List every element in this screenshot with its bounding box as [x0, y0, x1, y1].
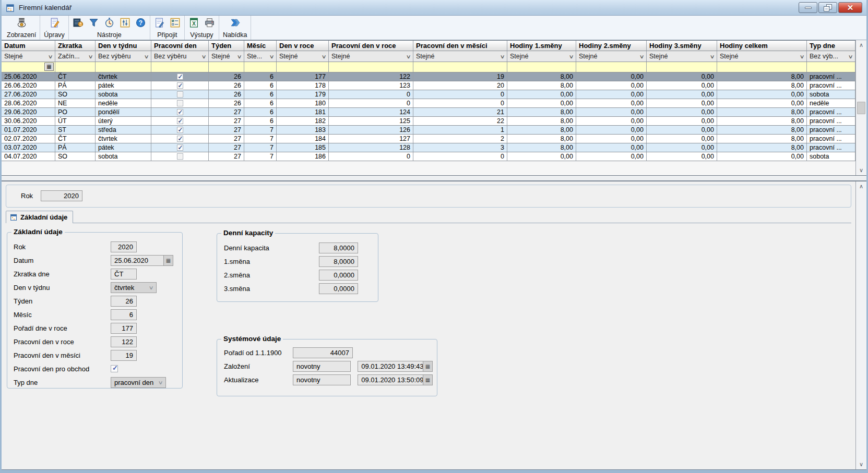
zalozeni-user-input[interactable]: novotny [293, 361, 351, 372]
column-header-hodiny-2[interactable]: Hodiny 2.směny [576, 41, 647, 51]
scroll-up-arrow-icon[interactable]: ∧ [856, 181, 866, 191]
filter-dropdown-hodiny-2[interactable]: Stejné∨ [576, 51, 647, 62]
column-header-den-v-tydnu[interactable]: Den v týdnu [96, 41, 151, 51]
calendar-picker-icon[interactable]: ▦ [423, 361, 433, 372]
table-row[interactable]: 01.07.2020 ST středa 27 7 183 126 1 8,00… [2, 126, 855, 135]
column-header-tyden[interactable]: Týden [209, 41, 244, 51]
column-header-datum[interactable]: Datum [2, 41, 55, 51]
table-row[interactable]: 30.06.2020 ÚT úterý 27 6 182 125 22 8,00… [2, 117, 855, 126]
calendar-picker-icon[interactable]: ▦ [423, 374, 433, 385]
zkratka-dne-input[interactable]: ČT [111, 269, 137, 280]
minimize-button[interactable] [799, 2, 817, 13]
filter-input-tyden[interactable] [209, 62, 244, 72]
column-header-hodiny-1[interactable]: Hodiny 1.směny [507, 41, 576, 51]
stopwatch-icon[interactable] [104, 17, 115, 28]
help-icon[interactable]: ? [135, 17, 146, 28]
column-header-pracovni-den[interactable]: Pracovní den [151, 41, 209, 51]
filter-dropdown-datum[interactable]: Stejné∨ [2, 51, 55, 62]
filter-dropdown-tyden[interactable]: Stejné∨ [209, 51, 244, 62]
table-row[interactable]: 03.07.2020 PÁ pátek 27 7 185 128 3 8,00 … [2, 143, 855, 152]
table-row[interactable]: 28.06.2020 NE neděle 26 6 180 0 0 0,00 0… [2, 99, 855, 108]
filter-dropdown-typ-dne[interactable]: Bez výb...∨ [807, 51, 855, 62]
typ-dne-select[interactable]: pracovní den∨ [111, 377, 166, 388]
aktualizace-user-input[interactable]: novotny [293, 374, 351, 385]
table-row[interactable]: 04.07.2020 SO sobota 27 7 186 0 0 0,00 0… [2, 152, 855, 161]
filter-dropdown-zkratka[interactable]: Začín...∨ [55, 51, 96, 62]
filter-input-zkratka[interactable] [55, 62, 96, 72]
rok-input[interactable]: 2020 [111, 241, 137, 252]
filter-dropdown-hodiny-1[interactable]: Stejné∨ [507, 51, 576, 62]
datum-input[interactable]: 25.06.2020 [111, 255, 164, 266]
organizer-icon[interactable] [73, 17, 84, 28]
column-header-typ-dne[interactable]: Typ dne [807, 41, 855, 51]
scroll-up-arrow-icon[interactable]: ∧ [856, 40, 866, 50]
table-row[interactable]: 29.06.2020 PO pondělí 27 6 181 124 21 8,… [2, 108, 855, 117]
menu-chevrons-icon[interactable] [230, 17, 241, 28]
column-header-hodiny-celkem[interactable]: Hodiny celkem [717, 41, 807, 51]
table-row[interactable]: 25.06.2020 ČT čtvrtek 26 6 177 122 19 8,… [2, 72, 855, 81]
table-row[interactable]: 26.06.2020 PÁ pátek 26 6 178 123 20 8,00… [2, 81, 855, 90]
calendar-picker-icon[interactable]: ▦ [164, 255, 173, 266]
filter-input-hodiny-2[interactable] [576, 62, 647, 72]
filter-dropdown-pracovni-den[interactable]: Bez výběru∨ [151, 51, 209, 62]
tyden-input[interactable]: 26 [111, 296, 137, 307]
pracovni-den-pro-obchod-checkbox[interactable] [111, 365, 118, 372]
smena3-input[interactable]: 0,0000 [319, 283, 358, 294]
sliders-icon[interactable] [120, 17, 130, 28]
filter-input-den-v-roce[interactable] [277, 62, 329, 72]
smena1-input[interactable]: 8,0000 [319, 256, 358, 267]
pane-splitter[interactable] [2, 176, 866, 181]
filter-dropdown-hodiny-3[interactable]: Stejné∨ [647, 51, 717, 62]
table-row[interactable]: 02.07.2020 ČT čtvrtek 27 7 184 127 2 8,0… [2, 135, 855, 143]
smena2-input[interactable]: 0,0000 [319, 270, 358, 281]
view-eye-icon[interactable] [16, 17, 27, 28]
poradi-od-1900-input[interactable]: 44007 [293, 347, 353, 358]
column-header-pracovni-den-v-mesici[interactable]: Pracovní den v měsíci [413, 41, 507, 51]
tab-zakladni-udaje[interactable]: Základní údaje [6, 211, 73, 223]
print-icon[interactable] [204, 17, 215, 28]
restore-button[interactable] [818, 2, 837, 13]
close-button[interactable]: ✕ [838, 2, 862, 13]
mesic-input[interactable]: 6 [111, 309, 137, 320]
pane-vertical-scrollbar[interactable]: ∧ ∨ [855, 181, 866, 469]
poradi-dne-v-roce-input[interactable]: 177 [111, 323, 137, 334]
denni-kapacita-input[interactable]: 8,0000 [319, 242, 358, 253]
pracovni-den-v-roce-input[interactable]: 122 [111, 336, 137, 347]
table-row[interactable]: 27.06.2020 SO sobota 26 6 179 0 0 0,00 0… [2, 90, 855, 99]
filter-dropdown-pracovni-den-v-mesici[interactable]: Stejné∨ [413, 51, 507, 62]
filter-dropdown-den-v-roce[interactable]: Stejné∨ [277, 51, 329, 62]
grid-vertical-scrollbar[interactable]: ∧ ∨ [855, 40, 866, 175]
filter-input-datum[interactable]: ▦ [2, 62, 55, 72]
filter-dropdown-mesic[interactable]: Ste...∨ [244, 51, 277, 62]
column-header-den-v-roce[interactable]: Den v roce [277, 41, 329, 51]
excel-export-icon[interactable]: X [188, 17, 199, 28]
column-header-pracovni-den-v-roce[interactable]: Pracovní den v roce [329, 41, 413, 51]
filter-icon[interactable] [88, 17, 99, 28]
attach-note-icon[interactable] [154, 17, 165, 28]
filter-dropdown-hodiny-celkem[interactable]: Stejné∨ [717, 51, 807, 62]
aktualizace-datetime-input[interactable]: 09.01.2020 13:50:09 [358, 374, 423, 385]
scrollbar-thumb[interactable] [857, 102, 865, 114]
date-picker-button[interactable]: ▦ [44, 63, 54, 71]
pracovni-den-v-mesici-input[interactable]: 19 [111, 350, 137, 361]
filter-dropdown-pracovni-den-v-roce[interactable]: Stejné∨ [329, 51, 413, 62]
filter-input-pracovni-den[interactable] [151, 62, 209, 72]
scroll-down-arrow-icon[interactable]: ∨ [856, 165, 866, 175]
column-header-mesic[interactable]: Měsíc [244, 41, 277, 51]
rok-field[interactable]: 2020 [41, 190, 82, 201]
zalozeni-datetime-input[interactable]: 09.01.2020 13:49:43 [358, 361, 423, 372]
filter-input-typ-dne[interactable] [807, 62, 855, 72]
scroll-down-arrow-icon[interactable]: ∨ [856, 459, 866, 469]
filter-input-pracovni-den-v-roce[interactable] [329, 62, 413, 72]
column-header-hodiny-3[interactable]: Hodiny 3.směny [647, 41, 717, 51]
filter-input-mesic[interactable] [244, 62, 277, 72]
filter-input-hodiny-celkem[interactable] [717, 62, 807, 72]
filter-input-hodiny-1[interactable] [507, 62, 576, 72]
filter-dropdown-den-v-tydnu[interactable]: Bez výběru∨ [96, 51, 151, 62]
edit-note-icon[interactable] [49, 17, 60, 28]
checklist-icon[interactable] [170, 17, 181, 28]
filter-input-den-v-tydnu[interactable] [96, 62, 151, 72]
filter-input-hodiny-3[interactable] [647, 62, 717, 72]
column-header-zkratka[interactable]: Zkratka [55, 41, 96, 51]
filter-input-pracovni-den-v-mesici[interactable] [413, 62, 507, 72]
